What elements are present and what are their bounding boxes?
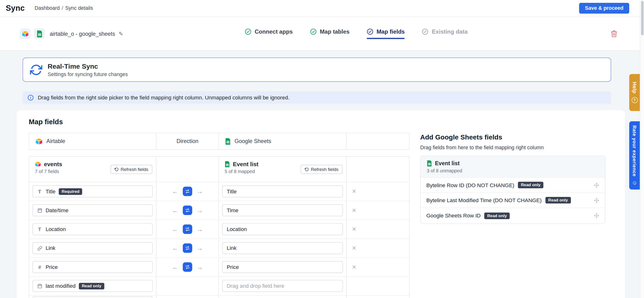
direction-left-arrow[interactable]: ← [172, 245, 178, 251]
link-icon [37, 245, 42, 250]
target-field-pill[interactable]: Title [222, 185, 343, 197]
airtable-logo [35, 161, 41, 167]
picker-field-item[interactable]: Google Sheets Row ID Read only [420, 208, 605, 223]
question-circle-icon: ? [632, 97, 638, 104]
sync-arrows-icon [30, 63, 42, 76]
page-title: Sync [6, 4, 25, 13]
field-mapping-row: # Price ← → [29, 257, 409, 276]
mapping-columns-header: Airtable Direction Google Sheets [29, 133, 410, 150]
target-field-pill[interactable]: Price [222, 261, 343, 273]
two-way-sync-button[interactable] [183, 205, 192, 215]
mapping-rows: events 7 of 7 fields Refresh fields [29, 156, 410, 298]
direction-right-arrow[interactable]: → [197, 226, 203, 232]
real-time-sync-card[interactable]: Real-Time Sync Settings for syncing futu… [23, 58, 611, 82]
source-table-cell: events 7 of 7 fields Refresh fields [29, 157, 156, 182]
source-field-pill[interactable]: last modified Read only [32, 280, 153, 292]
two-way-sync-button[interactable] [183, 225, 192, 234]
picker-field-item[interactable]: Byteline Row ID (DO NOT CHANGE) Read onl… [420, 178, 605, 193]
target-field-label: Time [227, 207, 238, 213]
text-type-icon: T [37, 226, 42, 232]
direction-column-header: Direction [156, 133, 219, 149]
target-field-pill[interactable]: Link [222, 242, 343, 254]
source-field-pill[interactable]: # Price [32, 261, 153, 273]
picker-table-meta: 3 of 8 unmapped [427, 168, 599, 173]
step-map-tables[interactable]: Map tables [310, 28, 350, 39]
field-mapping-row-partial [29, 295, 409, 298]
direction-right-arrow[interactable]: → [197, 245, 203, 251]
target-field-label: Location [227, 226, 247, 232]
calendar-icon [37, 283, 42, 288]
source-field-pill[interactable]: Link [32, 242, 153, 254]
delete-sync-icon[interactable] [610, 30, 618, 38]
picker-subtitle: Drag fields from here to the field mappi… [420, 145, 606, 150]
picker-field-item[interactable]: Byteline Last Modified Time (DO NOT CHAN… [420, 193, 605, 208]
source-field-pill[interactable]: T Location [32, 223, 153, 235]
drop-target-placeholder[interactable]: Drag and drop field here [222, 280, 343, 292]
map-fields-heading: Map fields [29, 118, 613, 126]
google-sheets-logo [224, 161, 230, 167]
direction-right-arrow[interactable]: → [197, 188, 203, 194]
field-mapping-table: Airtable Direction Google Sheets [29, 133, 410, 298]
move-icon[interactable] [594, 198, 599, 203]
source-field-label: Location [46, 226, 66, 232]
direction-left-arrow[interactable]: ← [172, 207, 178, 213]
source-field-label: last modified [46, 283, 76, 289]
save-proceed-button[interactable]: Save & proceed [579, 3, 629, 14]
remove-mapping-icon[interactable]: × [352, 263, 356, 270]
page-scrollbar[interactable] [640, 0, 644, 298]
two-way-sync-button[interactable] [183, 262, 192, 272]
airtable-logo [20, 28, 30, 39]
picker-table-header: Event list 3 of 8 unmapped [420, 156, 605, 178]
step-map-fields[interactable]: Map fields [367, 28, 405, 39]
remove-mapping-icon[interactable]: × [352, 226, 356, 233]
sheets-field-picker: Add Google Sheets fields Drag fields fro… [420, 133, 606, 224]
edit-name-icon[interactable]: ✎ [119, 31, 123, 37]
source-field-pill[interactable]: T Title Required [32, 185, 153, 197]
field-mapping-row: Date/time ← → [29, 201, 409, 220]
source-field-label: Link [46, 245, 55, 251]
smiley-icon: ☺ [632, 180, 637, 185]
two-way-sync-button[interactable] [183, 243, 192, 253]
refresh-target-fields-button[interactable]: Refresh fields [300, 165, 342, 174]
direction-left-arrow[interactable]: ← [172, 264, 178, 270]
required-badge: Required [59, 188, 82, 195]
target-field-pill[interactable]: Location [222, 223, 343, 235]
direction-left-arrow[interactable]: ← [172, 188, 178, 194]
target-field-label: Price [227, 264, 239, 270]
empty-actions-cell [346, 276, 410, 295]
picker-card: Event list 3 of 8 unmapped Byteline Row … [420, 156, 606, 224]
step-connect-apps[interactable]: Connect apps [245, 28, 293, 39]
source-field-label: Date/time [46, 207, 68, 213]
scrollbar-thumb[interactable] [641, 1, 644, 35]
target-table-cell: Event list 5 of 8 mapped Refresh fields [219, 157, 346, 182]
remove-mapping-icon[interactable]: × [352, 245, 356, 251]
direction-left-arrow[interactable]: ← [172, 226, 178, 232]
field-mapping-row: T Location ← → [29, 220, 409, 238]
empty-cell [156, 157, 219, 182]
remove-mapping-icon[interactable]: × [352, 207, 356, 214]
calendar-icon [37, 208, 42, 213]
direction-right-arrow[interactable]: → [197, 264, 203, 270]
field-mapping-row: Link ← → L [29, 238, 409, 257]
read-only-badge: Read only [79, 283, 104, 289]
direction-right-arrow[interactable]: → [197, 207, 203, 213]
source-field-pill[interactable]: Date/time [32, 204, 153, 216]
source-field-pill[interactable] [32, 296, 153, 298]
refresh-source-fields-button[interactable]: Refresh fields [110, 165, 152, 174]
actions-column-header [346, 133, 410, 149]
help-tab[interactable]: Help ? [629, 74, 640, 111]
breadcrumb-dashboard-link[interactable]: Dashboard [34, 5, 60, 11]
target-field-pill[interactable]: Time [222, 204, 343, 216]
picker-field-label: Byteline Last Modified Time (DO NOT CHAN… [426, 197, 542, 203]
two-way-sync-button[interactable] [183, 187, 192, 196]
empty-cell [346, 157, 410, 182]
check-circle-icon [310, 28, 316, 35]
real-time-sync-subtitle: Settings for syncing future changes [48, 71, 128, 77]
sync-header-bar: airtable_o - google_sheets ✎ Connect app… [0, 17, 644, 51]
map-fields-card: Map fields Airtable [16, 110, 625, 298]
step-existing-data[interactable]: Existing data [422, 28, 468, 39]
move-icon[interactable] [594, 182, 599, 188]
remove-mapping-icon[interactable]: × [352, 188, 356, 195]
move-icon[interactable] [594, 213, 599, 218]
rate-experience-tab[interactable]: Rate your experience ☺ [629, 121, 640, 189]
